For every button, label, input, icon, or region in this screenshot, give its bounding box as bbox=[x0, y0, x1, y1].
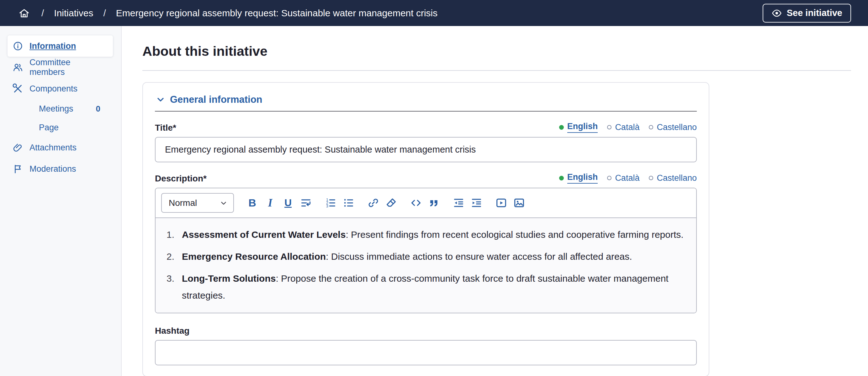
line-break-icon bbox=[300, 197, 312, 209]
list-item-bold: Long-Term Solutions bbox=[182, 273, 276, 283]
sidebar: Information Committee members Components… bbox=[0, 26, 122, 376]
sidebar-item-moderations[interactable]: Moderations bbox=[7, 158, 113, 179]
title-input[interactable] bbox=[155, 137, 697, 162]
description-language-selector: English Català Castellano bbox=[559, 172, 697, 183]
paragraph-style-value: Normal bbox=[169, 198, 197, 208]
blockquote-button[interactable] bbox=[425, 194, 443, 212]
language-tab-english[interactable]: English bbox=[559, 172, 598, 183]
sidebar-item-label: Components bbox=[29, 84, 78, 94]
title-field-label: Title* bbox=[155, 123, 176, 133]
video-icon bbox=[495, 197, 507, 209]
video-embed-button[interactable] bbox=[492, 194, 510, 212]
bold-button[interactable]: B bbox=[243, 194, 261, 212]
svg-text:3: 3 bbox=[326, 204, 328, 208]
code-icon bbox=[410, 197, 422, 209]
language-tab-english[interactable]: English bbox=[559, 122, 598, 133]
see-initiative-label: See initiative bbox=[787, 8, 842, 18]
indent-icon bbox=[470, 197, 483, 209]
eye-icon bbox=[771, 8, 782, 19]
language-label: Castellano bbox=[657, 123, 697, 132]
see-initiative-button[interactable]: See initiative bbox=[763, 4, 851, 23]
users-icon bbox=[12, 62, 23, 73]
list-item-bold: Emergency Resource Allocation bbox=[182, 251, 326, 262]
general-information-toggle[interactable]: General information bbox=[155, 90, 697, 111]
language-label: Català bbox=[615, 173, 640, 183]
italic-button[interactable]: I bbox=[261, 194, 279, 212]
topbar: / Initiatives / Emergency regional assem… bbox=[0, 0, 868, 26]
list-item: 2. Emergency Resource Allocation: Discus… bbox=[156, 248, 687, 265]
hashtag-field-label: Hashtag bbox=[155, 326, 697, 336]
inactive-language-dot bbox=[607, 125, 612, 129]
title-language-selector: English Català Castellano bbox=[559, 122, 697, 133]
italic-icon: I bbox=[268, 197, 273, 209]
language-tab-castellano[interactable]: Castellano bbox=[649, 173, 697, 183]
breadcrumb-separator: / bbox=[103, 8, 106, 19]
bullet-list-button[interactable] bbox=[340, 194, 358, 212]
inactive-language-dot bbox=[607, 176, 612, 180]
inactive-language-dot bbox=[649, 176, 653, 180]
breadcrumb-initiatives[interactable]: Initiatives bbox=[54, 8, 93, 19]
line-break-button[interactable] bbox=[297, 194, 315, 212]
image-icon bbox=[513, 197, 525, 209]
language-label: Català bbox=[615, 123, 640, 132]
tools-icon bbox=[12, 83, 23, 94]
list-item-text: : Present findings from recent ecologica… bbox=[346, 229, 683, 240]
bullet-list-icon bbox=[342, 197, 355, 209]
sidebar-item-committee-members[interactable]: Committee members bbox=[7, 57, 113, 78]
sidebar-item-label: Committee members bbox=[29, 58, 108, 77]
meetings-count-badge: 0 bbox=[96, 104, 100, 114]
language-tab-catala[interactable]: Català bbox=[607, 173, 640, 183]
code-block-button[interactable] bbox=[407, 194, 425, 212]
description-field-label: Description* bbox=[155, 174, 207, 183]
underline-button[interactable]: U bbox=[279, 194, 297, 212]
image-button[interactable] bbox=[510, 194, 528, 212]
description-rich-text-editor: Normal B I U bbox=[155, 188, 697, 313]
outdent-button[interactable] bbox=[450, 194, 468, 212]
language-label: Castellano bbox=[657, 173, 697, 183]
list-number: 3. bbox=[156, 270, 174, 304]
list-item: 1. Assessment of Current Water Levels: P… bbox=[156, 226, 687, 243]
hashtag-input[interactable] bbox=[155, 340, 697, 365]
page-title: About this initiative bbox=[143, 43, 851, 59]
general-information-panel: General information Title* English Catal… bbox=[143, 82, 709, 376]
home-icon[interactable] bbox=[17, 6, 31, 21]
inactive-language-dot bbox=[649, 125, 653, 129]
clear-formatting-button[interactable] bbox=[382, 194, 400, 212]
breadcrumb-current-page: Emergency regional assembly request: Sus… bbox=[116, 8, 438, 19]
indent-button[interactable] bbox=[468, 194, 486, 212]
sidebar-item-attachments[interactable]: Attachments bbox=[7, 137, 113, 158]
list-number: 2. bbox=[156, 248, 174, 265]
sidebar-item-label: Moderations bbox=[29, 164, 76, 174]
language-tab-castellano[interactable]: Castellano bbox=[649, 123, 697, 132]
outdent-icon bbox=[453, 197, 465, 209]
bold-icon: B bbox=[248, 197, 256, 209]
paperclip-icon bbox=[12, 142, 23, 153]
sidebar-item-label: Meetings bbox=[39, 104, 73, 114]
sidebar-item-information[interactable]: Information bbox=[7, 35, 113, 57]
sidebar-item-label: Page bbox=[39, 123, 59, 133]
underline-icon: U bbox=[284, 197, 291, 209]
chevron-down-icon bbox=[156, 95, 165, 105]
paragraph-style-select[interactable]: Normal bbox=[161, 193, 234, 213]
chevron-down-icon bbox=[219, 199, 228, 207]
quote-icon bbox=[428, 197, 440, 209]
main-content: About this initiative General informatio… bbox=[122, 26, 868, 376]
language-tab-catala[interactable]: Català bbox=[607, 123, 640, 132]
link-icon bbox=[367, 197, 379, 209]
ordered-list-button[interactable]: 1 2 3 bbox=[322, 194, 340, 212]
info-icon bbox=[12, 41, 23, 52]
sidebar-item-components[interactable]: Components bbox=[7, 78, 113, 99]
rich-text-editor-content[interactable]: 1. Assessment of Current Water Levels: P… bbox=[156, 218, 696, 313]
list-item-bold: Assessment of Current Water Levels bbox=[182, 229, 346, 240]
language-label: English bbox=[567, 172, 598, 183]
active-language-dot bbox=[559, 125, 564, 130]
list-number: 1. bbox=[156, 226, 174, 243]
flag-icon bbox=[12, 164, 23, 174]
eraser-icon bbox=[385, 197, 397, 209]
sidebar-item-meetings[interactable]: Meetings 0 bbox=[39, 99, 113, 118]
breadcrumb-separator: / bbox=[41, 8, 44, 19]
link-button[interactable] bbox=[364, 194, 382, 212]
sidebar-item-page[interactable]: Page bbox=[39, 118, 113, 137]
sidebar-item-label: Information bbox=[29, 41, 76, 51]
editor-toolbar: Normal B I U bbox=[156, 188, 696, 218]
